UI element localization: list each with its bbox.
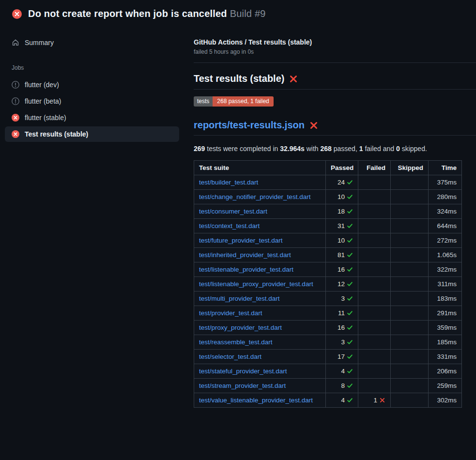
summary-segment: with [305, 145, 321, 153]
table-row: test/listenable_proxy_provider_test.dart… [194, 277, 462, 291]
passed-cell: 24 [326, 175, 358, 190]
passed-cell: 4 [326, 393, 358, 408]
job-label: Test results (stable) [25, 130, 88, 138]
check-icon [347, 281, 353, 287]
test-suite-link[interactable]: test/listenable_provider_test.dart [199, 266, 293, 273]
table-row: test/proxy_provider_test.dart16359ms [194, 321, 462, 335]
table-row: test/listenable_provider_test.dart16322m… [194, 262, 462, 277]
test-suite-link[interactable]: test/reassemble_test.dart [199, 338, 273, 346]
report-file-link[interactable]: reports/test-results.json [194, 120, 305, 131]
time-cell: 324ms [429, 204, 462, 219]
check-icon [347, 324, 353, 331]
table-row: test/multi_provider_test.dart3183ms [194, 291, 462, 306]
time-cell: 375ms [429, 175, 462, 190]
test-suite-link[interactable]: test/selector_test.dart [199, 353, 261, 360]
check-icon [347, 339, 353, 345]
table-row: test/stateful_provider_test.dart4206ms [194, 364, 462, 379]
page-title: Do not create report when job is cancell… [28, 8, 266, 19]
sidebar-job-item[interactable]: flutter (dev) [5, 77, 179, 92]
results-table: Test suite Passed Failed Skipped Time te… [194, 160, 462, 408]
jobs-heading: Jobs [0, 50, 184, 76]
test-suite-link[interactable]: test/future_provider_test.dart [199, 237, 283, 244]
content: GitHub Actions / Test results (stable) f… [184, 24, 476, 408]
failed-cell [358, 219, 391, 233]
time-cell: 291ms [429, 306, 462, 321]
time-cell: 359ms [429, 321, 462, 335]
failed-cell [358, 291, 391, 306]
failed-cell [358, 335, 391, 350]
test-suite-link[interactable]: test/inherited_provider_test.dart [199, 251, 291, 259]
passed-cell: 16 [326, 262, 358, 277]
test-suite-link[interactable]: test/builder_test.dart [199, 179, 258, 186]
sidebar-item-summary[interactable]: Summary [0, 35, 184, 50]
results-summary: 269 tests were completed in 32.964s with… [194, 145, 476, 153]
test-suite-link[interactable]: test/proxy_provider_test.dart [199, 324, 282, 331]
badge-value: 268 passed, 1 failed [213, 96, 273, 107]
check-icon [347, 194, 353, 200]
test-suite-link[interactable]: test/provider_test.dart [199, 309, 262, 317]
test-suite-link[interactable]: test/listenable_proxy_provider_test.dart [199, 280, 313, 288]
column-header-time: Time [429, 161, 462, 175]
skipped-cell [391, 262, 429, 277]
skipped-cell [391, 277, 429, 291]
time-cell: 183ms [429, 291, 462, 306]
failed-cell [358, 262, 391, 277]
skipped-cell [391, 335, 429, 350]
failed-status-icon [12, 114, 19, 122]
failed-cell [358, 233, 391, 248]
column-header-passed: Passed [326, 161, 358, 175]
test-suite-link[interactable]: test/multi_provider_test.dart [199, 295, 280, 302]
neutral-status-icon [12, 81, 19, 89]
sidebar-job-item[interactable]: flutter (beta) [5, 93, 179, 109]
breadcrumb: GitHub Actions / Test results (stable) [194, 38, 476, 46]
check-icon [347, 383, 353, 389]
job-label: flutter (dev) [25, 81, 59, 89]
summary-segment: 0 [396, 145, 400, 153]
passed-cell: 17 [326, 350, 358, 364]
table-row: test/selector_test.dart17331ms [194, 350, 462, 364]
skipped-cell [391, 291, 429, 306]
sidebar: Summary Jobs flutter (dev)flutter (beta)… [0, 24, 184, 143]
table-row: test/inherited_provider_test.dart811.065… [194, 248, 462, 262]
check-heading: Test results (stable) [194, 73, 476, 90]
passed-cell: 3 [326, 335, 358, 350]
passed-cell: 10 [326, 190, 358, 204]
home-icon [12, 39, 19, 46]
test-suite-link[interactable]: test/consumer_test.dart [199, 208, 267, 215]
table-row: test/reassemble_test.dart3185ms [194, 335, 462, 350]
skipped-cell [391, 379, 429, 393]
test-suite-link[interactable]: test/value_listenable_provider_test.dart [199, 397, 313, 404]
column-header-test-suite: Test suite [194, 161, 326, 175]
test-suite-link[interactable]: test/stateful_provider_test.dart [199, 368, 287, 375]
job-label: flutter (stable) [25, 114, 66, 122]
table-row: test/context_test.dart31644ms [194, 219, 462, 233]
skipped-cell [391, 248, 429, 262]
failed-cell [358, 364, 391, 379]
time-cell: 185ms [429, 335, 462, 350]
check-icon [347, 208, 353, 215]
run-title: Do not create report when job is cancell… [28, 8, 227, 19]
skipped-cell [391, 190, 429, 204]
column-header-failed: Failed [358, 161, 391, 175]
summary-segment: failed and [363, 145, 397, 153]
sidebar-job-item[interactable]: Test results (stable) [5, 126, 179, 142]
passed-cell: 4 [326, 364, 358, 379]
check-icon [347, 237, 353, 244]
table-header-row: Test suite Passed Failed Skipped Time [194, 161, 462, 175]
failed-status-icon [12, 130, 19, 138]
sidebar-job-item[interactable]: flutter (stable) [5, 110, 179, 125]
table-row: test/provider_test.dart11291ms [194, 306, 462, 321]
test-suite-link[interactable]: test/stream_provider_test.dart [199, 382, 286, 389]
skipped-cell [391, 350, 429, 364]
failed-cell [358, 350, 391, 364]
neutral-status-icon [12, 97, 19, 105]
job-label: flutter (beta) [25, 97, 61, 105]
failed-cell [358, 306, 391, 321]
time-cell: 322ms [429, 262, 462, 277]
time-cell: 280ms [429, 190, 462, 204]
table-row: test/change_notifier_provider_test.dart1… [194, 190, 462, 204]
table-row: test/future_provider_test.dart10272ms [194, 233, 462, 248]
passed-cell: 11 [326, 306, 358, 321]
test-suite-link[interactable]: test/change_notifier_provider_test.dart [199, 193, 310, 200]
test-suite-link[interactable]: test/context_test.dart [199, 222, 260, 230]
